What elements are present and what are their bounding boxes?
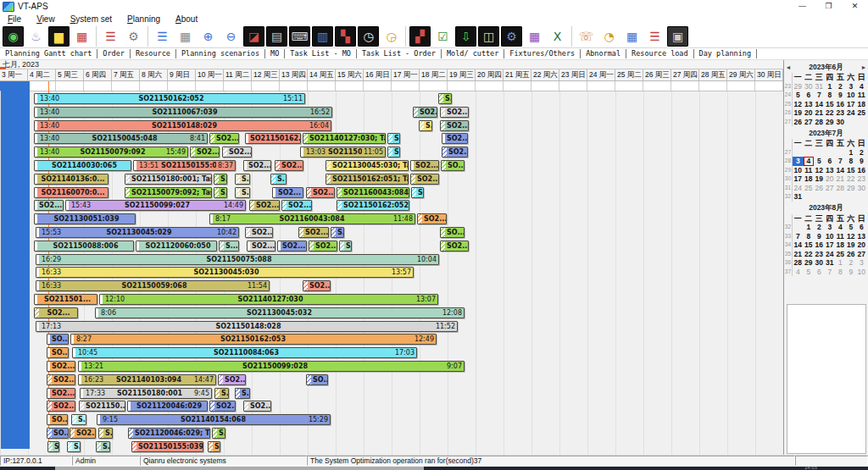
gantt-bar[interactable]: S. [212,428,225,439]
calendar-day[interactable]: 30 [856,184,867,193]
gantt-bar[interactable]: S. [438,93,452,104]
day-header-cell[interactable]: 15 周六 [336,69,364,80]
calendar-day[interactable]: 29 [793,82,804,91]
gantt-bar[interactable]: SO... [47,347,69,358]
gantt-bar[interactable]: 15:53SO21130045:02910:42 [36,227,239,238]
gantt-bar[interactable]: 13:40SO21150045:0488:41 [34,133,208,144]
calendar-day[interactable]: 8 [804,232,815,241]
calendar-day[interactable]: 23 [835,108,846,118]
gantt-bar[interactable]: SO2... [440,107,469,118]
calendar-day[interactable]: 24 [846,108,857,118]
day-header-cell[interactable]: 29 周六 [727,69,755,80]
calendar-day[interactable]: 19 [814,174,825,184]
day-header-cell[interactable]: 26 周三 [643,69,671,80]
tab-abnormal[interactable]: Abnormal [581,49,626,58]
day-header-cell[interactable]: 18 周二 [420,69,448,80]
calendar-day[interactable]: 14 [793,241,804,250]
gantt-bar[interactable]: SO21160043:084; Ta... [337,187,409,198]
gantt-bar[interactable]: SO21150162:051; Tas... [326,174,409,185]
day-header-cell[interactable]: 22 周六 [531,69,559,80]
teacup-icon[interactable]: ♨ [25,26,47,47]
calendar-day[interactable]: 12 [846,232,857,241]
gantt-bar[interactable]: SO21160070:0... [34,187,108,198]
calendar-day[interactable]: 16 [835,100,846,109]
calendar-day[interactable]: 8 [846,157,857,166]
calendar-day[interactable]: 15 [804,241,815,250]
gantt-bar[interactable]: SO2... [47,388,75,399]
calendar-day[interactable]: 20 [825,174,836,184]
gantt-bar[interactable]: SO21150162:052; Tas... [337,200,409,211]
tab-fixtures-others[interactable]: Fixtures/Others [504,49,581,58]
calendar-day[interactable]: 26 [793,118,804,127]
calendar-day[interactable]: 27 [825,184,836,193]
world-clock-icon[interactable]: ◔ [598,26,620,47]
calendar-day[interactable]: 9 [814,232,825,241]
calendar-day[interactable]: 20 [856,241,867,250]
gantt-bar[interactable]: S. [411,187,424,198]
calendar-day[interactable]: 30 [804,82,815,91]
calendar-day[interactable]: 29 [846,184,857,193]
gantt-bar[interactable]: SO21120046:029 [127,401,208,412]
analysis-chart-icon[interactable]: ▆ [48,26,70,47]
gantt-bar[interactable]: 8:27SO21150162:05312:49 [70,334,437,345]
calendar-day[interactable]: 17 [825,241,836,250]
gantt-bar[interactable]: 13:40SO21150079:09215:49 [34,147,188,158]
calendar-day[interactable]: 19 [846,241,857,250]
calendar-day[interactable]: 19 [793,108,804,118]
calendar-day[interactable]: 4 [793,268,804,277]
gantt-bar[interactable]: SO2... [249,200,280,211]
calendar-day[interactable]: 7 [835,157,846,166]
gantt-bar[interactable]: SO21150... [79,401,125,412]
tab-planning-scenarios[interactable]: Planning scenarios [176,49,265,58]
gantt-bar[interactable]: 16:33SO21150059:06811:54 [36,280,270,291]
gantt-bar[interactable]: S. [235,388,250,399]
calendar-day[interactable]: 6 [804,91,815,100]
archive-gear-icon[interactable]: ⚙ [501,26,522,47]
menu-file[interactable]: File [0,14,29,24]
gantt-bar[interactable]: 17:33SO21150180:0019:45 [80,388,212,399]
gantt-bar[interactable]: S. [214,187,227,198]
calendar-day[interactable]: 29 [825,118,836,127]
gantt-bar[interactable]: SO21150079:092; Tas... [125,187,212,198]
calendar-day[interactable]: 8 [825,91,836,100]
day-header-cell[interactable]: 25 周二 [615,69,643,80]
minimize-button[interactable]: — [789,0,815,13]
calendar-day[interactable]: 7 [825,268,836,277]
gantt-bar[interactable]: S. [419,120,432,131]
gantt-bar[interactable]: SO2... [303,280,331,291]
gantt-bar[interactable]: 15:43SO21150099:02714:49 [65,200,246,211]
gantt-bar[interactable]: 16:33SO21130045:03013:57 [36,267,414,278]
gantt-bar[interactable]: 16:23SO21140103:09414:47 [78,374,216,385]
calendar-day[interactable]: 1 [825,82,836,91]
calendar-day[interactable]: 3 [793,157,804,166]
day-header-cell[interactable]: 12 周三 [252,69,280,80]
calendar-day[interactable]: 11 [856,91,867,100]
calendar-day[interactable]: 5 [846,223,857,232]
gantt-bar[interactable]: S. [235,187,250,198]
tab-task-list-order[interactable]: Task List - Order [357,49,442,58]
export-save-icon[interactable]: ⇩ [455,26,476,47]
gantt-bar[interactable]: SO2... [410,174,439,185]
calendar-day[interactable]: 5 [804,268,815,277]
gantt-bar[interactable]: 13:51SO21150155:0398:37 [133,160,236,171]
zoom-out-icon[interactable]: ⊖ [220,26,242,47]
tab-task-list-mo[interactable]: Task List - MO [285,49,357,58]
gantt-bar[interactable]: SO21140030:065 [34,160,131,171]
calendar-day[interactable]: 31 [793,192,804,202]
gantt-bar[interactable]: 8:06SO21130045:03212:08 [95,307,465,318]
gantt-bar[interactable]: 12:10SO21140127:03013:07 [99,294,438,305]
menu-view[interactable]: View [29,14,63,24]
gantt-bar[interactable]: SO2... [413,107,437,118]
excel-export-icon[interactable]: X [547,26,568,47]
layout-blocks-icon[interactable]: ▚ [335,26,356,47]
tab-day-planning[interactable]: Day planning [694,49,757,58]
gantt-bar[interactable]: S. [387,133,400,144]
day-header-cell[interactable]: 21 周五 [504,69,531,80]
calendar-day[interactable]: 9 [846,268,857,277]
day-header-cell[interactable]: 30 周日 [755,69,783,80]
schedule-refresh-icon[interactable]: ▦ [621,26,643,47]
gantt-bar[interactable]: 13:40SO21110067:03916:52 [34,107,332,118]
menu-about[interactable]: About [168,14,205,24]
tab-resource-load[interactable]: Resource load [626,49,694,58]
calendar-day[interactable]: 6 [814,268,825,277]
